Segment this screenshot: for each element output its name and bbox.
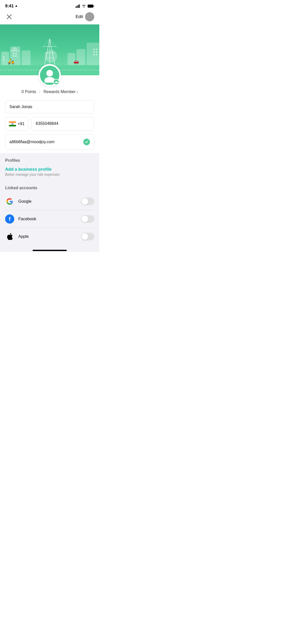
edit-avatar <box>85 12 94 21</box>
name-value: Sarah Jonas <box>9 105 32 109</box>
avatar-section: 0 Points | Rewards Member › <box>0 75 99 100</box>
battery-icon <box>88 4 94 8</box>
google-linked-left: Google <box>5 197 32 206</box>
facebook-linked-left: f Facebook <box>5 214 36 224</box>
phone-row: +91 6355048844 <box>5 117 94 131</box>
profiles-title: Profiles <box>5 158 94 163</box>
wifi-icon <box>82 4 86 8</box>
avatar-head <box>46 70 53 77</box>
crown-badge <box>53 79 59 85</box>
home-indicator <box>0 248 99 252</box>
points-row: 0 Points | Rewards Member › <box>22 90 78 94</box>
checkmark-icon <box>85 140 88 143</box>
svg-rect-0 <box>76 6 76 8</box>
edit-button[interactable]: Edit <box>76 12 94 21</box>
email-field[interactable]: a86b8faa@moodjoy.com <box>5 134 94 150</box>
home-bar <box>33 250 67 251</box>
facebook-toggle-knob <box>82 216 88 222</box>
signal-icon <box>76 4 80 8</box>
time-display: 9:41 <box>5 4 14 9</box>
avatar-wrapper <box>38 64 61 86</box>
rewards-member-link[interactable]: Rewards Member › <box>44 90 78 94</box>
linked-apple-item: Apple <box>5 228 94 245</box>
linked-facebook-item: f Facebook <box>5 210 94 228</box>
phone-number-field[interactable]: 6355048844 <box>31 117 94 131</box>
facebook-label: Facebook <box>18 217 36 221</box>
apple-label: Apple <box>18 234 29 239</box>
apple-toggle-knob <box>82 233 88 240</box>
svg-rect-1 <box>77 6 78 8</box>
google-logo-icon <box>6 198 13 205</box>
svg-rect-3 <box>79 4 80 8</box>
linked-google-item: Google <box>5 193 94 210</box>
email-verified-icon <box>83 139 90 145</box>
edit-label: Edit <box>76 14 83 19</box>
chevron-right-icon: › <box>77 90 78 94</box>
apple-icon <box>5 232 14 241</box>
rewards-label: Rewards Member <box>44 90 76 94</box>
email-value: a86b8faa@moodjoy.com <box>9 140 55 144</box>
profiles-section: Profiles Add a business profile Better m… <box>0 153 99 181</box>
status-icons <box>76 4 94 8</box>
facebook-toggle[interactable] <box>81 215 94 223</box>
add-business-subtitle: Better manage your ride expenses <box>5 172 94 177</box>
form-section: Sarah Jonas +91 6355048844 a86b8faa@mood… <box>0 100 99 150</box>
phone-value: 6355048844 <box>36 121 58 126</box>
apple-toggle[interactable] <box>81 233 94 240</box>
country-code-label: +91 <box>18 122 24 126</box>
location-arrow-icon <box>15 5 18 8</box>
points-label: 0 Points <box>22 90 36 94</box>
status-bar: 9:41 <box>0 0 99 10</box>
svg-rect-2 <box>78 5 79 8</box>
linked-accounts-title: Linked accounts <box>5 186 94 190</box>
status-time: 9:41 <box>5 4 18 9</box>
google-toggle-knob <box>82 198 88 205</box>
car-icon: 🚗 <box>73 58 79 64</box>
name-field[interactable]: Sarah Jonas <box>5 100 94 113</box>
top-nav: Edit <box>0 10 99 24</box>
google-label: Google <box>18 199 32 204</box>
svg-rect-4 <box>88 5 93 8</box>
svg-rect-5 <box>93 5 94 7</box>
add-business-title: Add a business profile <box>5 167 94 172</box>
google-icon <box>5 197 14 206</box>
apple-linked-left: Apple <box>5 232 29 241</box>
india-flag-icon <box>9 121 16 126</box>
crown-icon <box>55 81 58 83</box>
apple-logo-icon <box>6 233 13 240</box>
add-business-profile[interactable]: Add a business profile Better manage you… <box>5 167 94 177</box>
close-icon <box>7 14 12 19</box>
close-button[interactable] <box>5 13 13 21</box>
points-divider: | <box>39 90 40 94</box>
country-code-selector[interactable]: +91 <box>5 117 28 131</box>
google-toggle[interactable] <box>81 198 94 205</box>
scooter-icon: 🛵 <box>8 58 15 65</box>
linked-accounts-section: Linked accounts Google f Facebook <box>0 181 99 248</box>
facebook-icon: f <box>5 214 14 224</box>
